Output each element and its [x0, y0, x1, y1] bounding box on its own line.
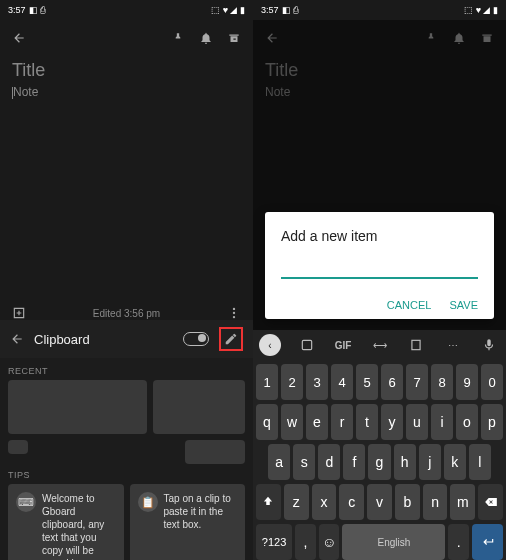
save-button[interactable]: SAVE — [449, 299, 478, 311]
key-5[interactable]: 5 — [356, 364, 378, 400]
reminder-icon[interactable] — [199, 31, 213, 45]
keyboard: 1234567890 qwertyuiop asdfghjkl zxcvbnm … — [253, 360, 506, 560]
status-right-icons: ⬚ ♥ ◢ ▮ — [211, 5, 245, 15]
key-3[interactable]: 3 — [306, 364, 328, 400]
dialog-input[interactable] — [281, 258, 478, 279]
add-item-dialog: Add a new item CANCEL SAVE — [265, 212, 494, 319]
space-key[interactable]: English — [342, 524, 445, 560]
add-icon[interactable] — [12, 306, 26, 320]
svg-point-1 — [233, 312, 235, 314]
key-f[interactable]: f — [343, 444, 365, 480]
key-d[interactable]: d — [318, 444, 340, 480]
note-footer: Edited 3:56 pm — [0, 306, 253, 320]
key-u[interactable]: u — [406, 404, 428, 440]
archive-icon[interactable] — [227, 31, 241, 45]
key-a[interactable]: a — [268, 444, 290, 480]
status-time: 3:57 — [8, 5, 26, 15]
tip-item[interactable]: ⌨ Welcome to Gboard clipboard, any text … — [8, 484, 124, 560]
right-screenshot: 3:57◧ ⎙ ⬚ ♥ ◢ ▮ Title Note Edited 3:56 p… — [253, 0, 506, 560]
key-s[interactable]: s — [293, 444, 315, 480]
left-screenshot: 3:57◧ ⎙ ⬚ ♥ ◢ ▮ Title Note Edited 3:56 p… — [0, 0, 253, 560]
pencil-icon — [224, 332, 238, 346]
keyboard-toolbar: ‹ GIF ⟷ ⋯ — [253, 330, 506, 360]
shift-key[interactable] — [256, 484, 281, 520]
more-icon[interactable] — [227, 306, 241, 320]
status-right-icons: ⬚ ♥ ◢ ▮ — [464, 5, 498, 15]
kb-collapse-icon[interactable]: ‹ — [259, 334, 281, 356]
key-v[interactable]: v — [367, 484, 392, 520]
key-t[interactable]: t — [356, 404, 378, 440]
key-1[interactable]: 1 — [256, 364, 278, 400]
clipboard-back-icon[interactable] — [10, 332, 24, 346]
text-tool-icon[interactable]: ⟷ — [369, 334, 391, 356]
key-m[interactable]: m — [450, 484, 475, 520]
svg-rect-7 — [412, 340, 420, 349]
paste-icon: 📋 — [138, 492, 158, 512]
period-key[interactable]: . — [448, 524, 469, 560]
edited-label: Edited 3:56 pm — [93, 308, 160, 319]
key-p[interactable]: p — [481, 404, 503, 440]
key-q[interactable]: q — [256, 404, 278, 440]
svg-point-2 — [233, 316, 235, 318]
key-b[interactable]: b — [395, 484, 420, 520]
clipboard-header: Clipboard — [0, 320, 253, 358]
clip-item[interactable] — [185, 440, 245, 464]
comma-key[interactable]: , — [295, 524, 316, 560]
tip-item[interactable]: 📋 Tap on a clip to paste it in the text … — [130, 484, 246, 560]
key-i[interactable]: i — [431, 404, 453, 440]
symbols-key[interactable]: ?123 — [256, 524, 292, 560]
key-o[interactable]: o — [456, 404, 478, 440]
key-y[interactable]: y — [381, 404, 403, 440]
key-e[interactable]: e — [306, 404, 328, 440]
note-input[interactable]: Note — [12, 85, 241, 99]
key-x[interactable]: x — [312, 484, 337, 520]
key-g[interactable]: g — [368, 444, 390, 480]
number-row: 1234567890 — [256, 364, 503, 400]
clip-item[interactable] — [153, 380, 245, 434]
clipboard-icon[interactable] — [405, 334, 427, 356]
back-icon — [265, 31, 279, 45]
key-9[interactable]: 9 — [456, 364, 478, 400]
back-icon[interactable] — [12, 31, 26, 45]
gif-button[interactable]: GIF — [332, 334, 354, 356]
keyboard-icon: ⌨ — [16, 492, 36, 512]
key-8[interactable]: 8 — [431, 364, 453, 400]
key-l[interactable]: l — [469, 444, 491, 480]
mic-icon[interactable] — [478, 334, 500, 356]
clip-item[interactable] — [8, 380, 147, 434]
emoji-key[interactable]: ☺ — [319, 524, 340, 560]
note-placeholder: Note — [13, 85, 38, 99]
key-k[interactable]: k — [444, 444, 466, 480]
more-tools-icon[interactable]: ⋯ — [442, 334, 464, 356]
status-left-icons: ◧ ⎙ — [29, 5, 46, 15]
note-input: Note — [265, 85, 494, 99]
key-4[interactable]: 4 — [331, 364, 353, 400]
clipboard-title: Clipboard — [34, 332, 90, 347]
key-7[interactable]: 7 — [406, 364, 428, 400]
key-2[interactable]: 2 — [281, 364, 303, 400]
clipboard-toggle[interactable] — [183, 332, 209, 346]
enter-key[interactable] — [472, 524, 503, 560]
key-c[interactable]: c — [339, 484, 364, 520]
key-j[interactable]: j — [419, 444, 441, 480]
key-n[interactable]: n — [423, 484, 448, 520]
key-r[interactable]: r — [331, 404, 353, 440]
svg-point-0 — [233, 308, 235, 310]
app-header — [0, 20, 253, 56]
key-w[interactable]: w — [281, 404, 303, 440]
backspace-key[interactable] — [478, 484, 503, 520]
status-bar: 3:57◧ ⎙ ⬚ ♥ ◢ ▮ — [253, 0, 506, 20]
status-left-icons: ◧ ⎙ — [282, 5, 299, 15]
key-h[interactable]: h — [394, 444, 416, 480]
pin-icon[interactable] — [171, 31, 185, 45]
letter-row-3: zxcvbnm — [256, 484, 503, 520]
key-6[interactable]: 6 — [381, 364, 403, 400]
tips-label: TIPS — [8, 470, 245, 480]
sticker-icon[interactable] — [296, 334, 318, 356]
key-z[interactable]: z — [284, 484, 309, 520]
clipboard-edit-button[interactable] — [219, 327, 243, 351]
cancel-button[interactable]: CANCEL — [387, 299, 432, 311]
clip-item[interactable] — [8, 440, 28, 454]
key-0[interactable]: 0 — [481, 364, 503, 400]
title-input[interactable]: Title — [12, 60, 241, 81]
